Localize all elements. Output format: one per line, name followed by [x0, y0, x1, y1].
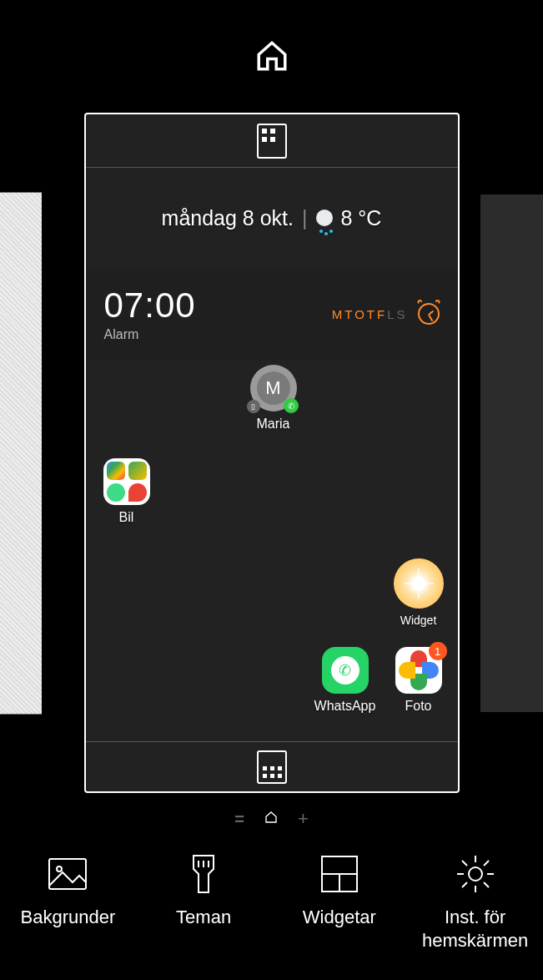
divider: |	[302, 206, 308, 230]
themes-icon	[182, 852, 225, 896]
wallpapers-button[interactable]: Bakgrunder	[5, 852, 130, 929]
home-icon	[254, 38, 289, 73]
app-label: Foto	[381, 699, 456, 714]
preview-top-strip	[86, 114, 458, 168]
alarm-clock-icon	[418, 303, 440, 325]
app-label: Maria	[236, 417, 311, 432]
gear-icon	[454, 852, 497, 896]
app-label: Bil	[89, 510, 164, 525]
date-text: måndag 8 okt.	[162, 206, 294, 230]
app-foto[interactable]: 1 Foto	[381, 647, 456, 714]
alarm-widget[interactable]: 07:00 Alarm MTOTFLS	[86, 268, 458, 360]
svg-rect-0	[49, 859, 86, 889]
folder-bil[interactable]: Bil	[89, 458, 164, 525]
tool-label: Widgetar	[303, 906, 376, 929]
apps-grid-icon[interactable]	[257, 124, 287, 159]
alarm-time: 07:00	[104, 285, 196, 326]
widgets-button[interactable]: Widgetar	[277, 852, 402, 929]
tool-label: Teman	[176, 906, 231, 929]
temperature-text: 8 °C	[341, 206, 382, 230]
home-page-preview[interactable]: måndag 8 okt. | 8 °C 07:00 Alarm MTOTFLS…	[84, 113, 460, 793]
widgets-icon	[318, 852, 361, 896]
svg-point-8	[469, 867, 482, 881]
preview-bottom-strip	[86, 741, 458, 791]
themes-button[interactable]: Teman	[141, 852, 266, 929]
pages-row: måndag 8 okt. | 8 °C 07:00 Alarm MTOTFLS…	[0, 112, 543, 794]
sim-badge-icon: ▯	[247, 400, 260, 413]
wallpapers-icon	[46, 852, 89, 896]
tool-label: Bakgrunder	[21, 906, 116, 929]
home-settings-button[interactable]: Inst. för hemskärmen	[413, 852, 538, 952]
add-page-button[interactable]: +	[298, 808, 309, 830]
app-drawer-icon[interactable]	[257, 750, 287, 784]
date-weather-widget[interactable]: måndag 8 okt. | 8 °C	[86, 168, 458, 268]
top-bar	[0, 0, 543, 112]
widget-brightness[interactable]: Widget	[381, 558, 456, 627]
tool-label: Inst. för hemskärmen	[413, 906, 538, 952]
home-page-indicator[interactable]	[264, 811, 278, 827]
page-peek-left[interactable]	[0, 192, 42, 714]
page-peek-right[interactable]	[480, 194, 543, 712]
apps-area: M ▯ ✆ Maria Bil Widget ✆ WhatsApp	[86, 360, 458, 744]
app-label: WhatsApp	[308, 699, 383, 714]
page-indicator: = +	[0, 794, 543, 844]
remove-page-button[interactable]: =	[234, 810, 244, 829]
app-label: Widget	[381, 614, 456, 627]
phone-badge-icon: ✆	[284, 398, 299, 413]
alarm-label: Alarm	[104, 327, 196, 342]
contact-maria[interactable]: M ▯ ✆ Maria	[236, 365, 311, 432]
alarm-days: MTOTFLS	[332, 307, 408, 321]
app-whatsapp[interactable]: ✆ WhatsApp	[308, 647, 383, 714]
svg-point-1	[57, 866, 62, 871]
editor-toolbar: Bakgrunder Teman Widgetar Inst. för hems…	[0, 844, 543, 980]
notification-badge: 1	[429, 642, 447, 660]
weather-icon	[316, 210, 333, 226]
